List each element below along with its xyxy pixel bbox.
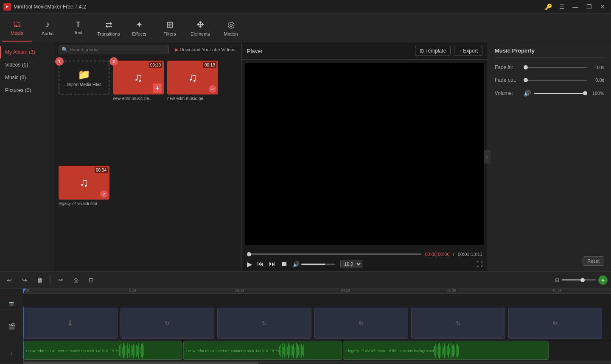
menu-button[interactable]: ☰ — [557, 2, 567, 12]
add-track-button[interactable]: + — [598, 275, 608, 285]
tl-right-tools: ⊟ + — [555, 275, 608, 285]
import-label: Import Media Files — [65, 82, 103, 87]
audio-clip-2[interactable]: ♪ new-edm-music-beet-mr-sandeep-rock-141… — [183, 342, 342, 360]
aspect-ratio-select[interactable]: 16:9 4:3 1:1 — [340, 260, 362, 268]
motion-label: Motion — [224, 31, 238, 36]
next-frame-button[interactable]: ⏭ — [269, 260, 276, 268]
elements-label: Elements — [191, 31, 210, 36]
filters-label: Filters — [163, 31, 176, 36]
toolbar-item-motion[interactable]: ◎ Motion — [216, 14, 246, 42]
maximize-button[interactable]: ❐ — [584, 2, 594, 12]
close-button[interactable]: ✕ — [597, 2, 608, 12]
toolbar-item-elements[interactable]: ✤ Elements — [185, 14, 216, 42]
minimize-window-button[interactable]: — — [570, 2, 580, 12]
zoom-track[interactable] — [562, 279, 596, 281]
sidebar-item-videos[interactable]: Videos (0) — [0, 58, 55, 71]
reset-button[interactable]: Reset — [583, 256, 604, 266]
export-button[interactable]: ↑ Export — [454, 46, 482, 56]
transitions-label: Transitions — [97, 31, 120, 36]
fade-out-slider[interactable] — [524, 80, 587, 81]
media-item-3[interactable]: ♫ 00:34 ✓ legacy-of-vivaldi-stor... — [59, 166, 109, 267]
timeline-content: 📷 🎬 ♪ 0s 8.2s 16.3s 24.5s 32.6s 40.8s — [0, 289, 611, 364]
audio-clip-1[interactable]: ♪ new-edm-music-beet-mr-sandeep-rock-141… — [23, 342, 182, 360]
toolbar-item-effects[interactable]: ✦ Effects — [124, 14, 154, 42]
step-number-1: 1 — [55, 57, 64, 66]
sidebar-music-label: Music (3) — [5, 75, 26, 81]
fade-in-value: 0.0s — [591, 65, 604, 70]
motion-icon: ◎ — [227, 19, 235, 30]
import-media-button[interactable]: 📁 Import Media Files — [59, 61, 109, 94]
playhead[interactable] — [23, 289, 24, 293]
toolbar-item-transitions[interactable]: ⇄ Transitions — [93, 14, 124, 42]
video-track-icon: 🎬 — [8, 323, 15, 330]
sidebar-item-my-album[interactable]: My Album (3) — [0, 46, 55, 58]
fade-out-handle[interactable] — [524, 78, 528, 82]
audio-track-row[interactable]: ♪ new-edm-music-beet-mr-sandeep-rock-141… — [23, 340, 611, 361]
video-clip-6[interactable]: ↻ — [508, 308, 603, 339]
play-button[interactable]: ▶ — [247, 260, 252, 268]
loop-icon-4: ↻ — [456, 320, 461, 327]
fullscreen-button[interactable]: ⛶ — [476, 261, 482, 267]
search-input-wrap[interactable]: 🔍 — [59, 45, 169, 54]
progress-track[interactable] — [247, 253, 421, 255]
media-thumb-2: ♫ 00:19 ✓ — [167, 61, 218, 94]
stop-button[interactable]: ⏹ — [281, 260, 288, 268]
media-label-3: legacy-of-vivaldi-stor... — [59, 201, 109, 206]
toolbar-item-audio[interactable]: ♪ Audio — [32, 14, 63, 42]
fade-out-value: 0.0s — [591, 78, 604, 83]
volume-icon[interactable]: 🔊 — [293, 261, 300, 267]
volume-property-slider[interactable] — [534, 93, 587, 94]
music-property-title: Music Property — [495, 47, 604, 58]
audio-clip-3[interactable]: ♪ legacy-of-vivaldi-storm-of-the-seasons… — [343, 342, 549, 360]
playhead-video — [23, 306, 24, 340]
audio-clip-label-1: ♪ new-edm-music-beet-mr-sandeep-rock-141… — [25, 349, 108, 353]
volume-track[interactable] — [301, 264, 335, 265]
video-clip-5[interactable]: ↻ — [411, 308, 505, 339]
video-clip-3[interactable]: ↻ — [217, 308, 311, 339]
audio-detach-button[interactable]: ◎ — [70, 274, 82, 286]
media-label: Media — [11, 31, 23, 36]
split-button[interactable]: ✂ — [55, 274, 67, 286]
fade-in-slider[interactable] — [524, 67, 587, 68]
audio-label: Audio — [42, 31, 53, 36]
media-item-1[interactable]: ♫ 00:19 + new-edm-music-be... — [113, 61, 164, 101]
sidebar-item-music[interactable]: Music (3) — [0, 71, 55, 84]
fade-out-label: Fade out: — [495, 77, 520, 83]
video-clip-4[interactable]: ↻ — [314, 308, 409, 339]
sidebar-item-pictures[interactable]: Pictures (0) — [0, 84, 55, 97]
ctrl-row: ▶ ⏮ ⏭ ⏹ 🔊 16:9 4:3 1:1 ⛶ — [247, 260, 482, 268]
undo-button[interactable]: ↩ — [3, 274, 15, 286]
youtube-download-button[interactable]: ▶ Download YouTube Videos — [172, 46, 238, 54]
minimize-button[interactable]: 🔑 — [543, 2, 553, 12]
duration-1: 00:19 — [149, 62, 162, 68]
volume-value: 100% — [591, 91, 604, 96]
template-button[interactable]: ⊞ Template — [415, 46, 451, 56]
scrollbar-thumb[interactable] — [23, 362, 258, 364]
timeline-scrollbar[interactable] — [23, 361, 611, 364]
progress-thumb[interactable] — [247, 252, 251, 256]
fade-in-handle[interactable] — [524, 65, 528, 69]
video-clip-1[interactable]: ⬇ — [23, 308, 118, 339]
delete-button[interactable]: 🗑 — [34, 274, 46, 286]
toolbar-item-media[interactable]: 🗂 Media — [2, 14, 32, 42]
crop-button[interactable]: ⊡ — [85, 274, 97, 286]
duration-3: 00:34 — [95, 167, 108, 173]
zoom-slider-wrap — [562, 279, 596, 281]
prev-frame-button[interactable]: ⏮ — [257, 260, 264, 268]
player-actions: ⊞ Template ↑ Export — [415, 46, 482, 56]
zoom-handle[interactable] — [580, 278, 585, 282]
toolbar-item-filters[interactable]: ⊞ Filters — [154, 14, 185, 42]
video-clip-2[interactable]: ↻ — [121, 308, 215, 339]
timeline-left-icon: ⊟ — [555, 277, 559, 283]
video-track-row[interactable]: ⬇ ↻ ↻ ↻ ↻ ↻ — [23, 306, 611, 340]
toolbar-item-text[interactable]: T Text — [63, 14, 93, 42]
fade-out-row: Fade out: 0.0s — [495, 77, 604, 83]
search-input[interactable] — [70, 47, 166, 52]
collapse-panel-button[interactable]: ‹ — [484, 150, 490, 164]
redo-button[interactable]: ↪ — [19, 274, 31, 286]
volume-handle[interactable] — [583, 91, 587, 95]
timeline-area: ↩ ↪ 🗑 ✂ ◎ ⊡ ⊟ + 📷 🎬 ♪ — [0, 271, 611, 364]
add-to-timeline-button-1[interactable]: + — [153, 83, 162, 93]
audio-track-label: ♪ — [0, 343, 23, 364]
media-item-2[interactable]: ♫ 00:19 ✓ new-edm-music-be... — [167, 61, 218, 162]
